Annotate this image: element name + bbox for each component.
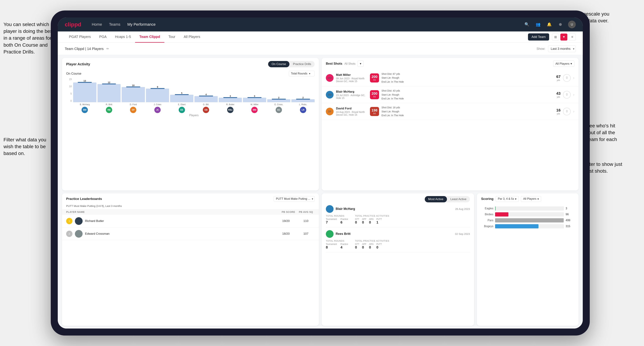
subnav-all-players[interactable]: All Players	[180, 31, 204, 43]
bar-val-jc: 9	[157, 86, 158, 88]
chart-main: 13 12	[73, 78, 315, 116]
tournament-label-blair: Tournament 7	[326, 218, 337, 224]
nav-my-performance[interactable]: My Performance	[128, 21, 156, 28]
birdies-count: 96	[566, 213, 574, 216]
bar-val-rb: 12	[108, 81, 110, 84]
bar-val-df: 10	[132, 84, 134, 87]
subnav-hcaps[interactable]: Hcaps 1-5	[111, 31, 135, 43]
bogeys-label: Bogeys	[481, 225, 493, 228]
scoring-players-dropdown[interactable]: All Players ▾	[521, 196, 541, 202]
avatar-sm-jc: JC	[146, 107, 169, 113]
most-active-scroll: Blair McHarg 26 Aug 2023 Total Rounds To…	[322, 202, 474, 326]
bar-val-ec: 2	[278, 96, 279, 99]
practice-drill-dropdown[interactable]: PUTT Must Make Putting ...	[274, 196, 315, 202]
bar-val-ee: 5	[181, 92, 182, 94]
shot-stat-matt: 67 yds	[556, 74, 560, 81]
total-rounds-dropdown[interactable]: Total Rounds	[289, 71, 315, 76]
bar-rbut	[219, 98, 242, 102]
bar-marker-jc	[150, 88, 164, 89]
best-shots-header: Best Shots All Shots ▾ All Players ▾	[322, 58, 578, 70]
nav-teams[interactable]: Teams	[109, 21, 120, 28]
annotation-best-player: You can select which player is doing the…	[4, 21, 56, 55]
timescale-dropdown[interactable]: Last 3 months Last 6 months Last year	[548, 45, 576, 52]
practice-row-1: 1 Richard Butler 19/20 110	[62, 215, 319, 227]
col-avg-sq: PB AVG SQ	[297, 211, 315, 213]
shot-avatar-matt: MM	[326, 74, 334, 82]
arg-label-rees: ARG	[369, 243, 374, 245]
player-activity-header: Player Activity On Course Practice Drill…	[62, 58, 319, 69]
gtt-col-rees: GTT 0	[355, 243, 359, 249]
users-icon[interactable]: 👥	[534, 21, 542, 28]
shot-stat-david: 16 yds	[556, 108, 560, 115]
avatar-circle-rbut: RBu	[227, 107, 234, 113]
practice-leaderboards-card: Practice Leaderboards PUTT Must Make Put…	[62, 193, 319, 326]
best-shots-tab[interactable]: Best Shots	[326, 62, 342, 65]
shot-stat-unit-blair: yds	[557, 96, 560, 98]
x-label-ee: E. Ebert	[170, 103, 194, 106]
tablet-frame: clippd Home Teams My Performance 🔍 👥 🔔 ⊕…	[51, 10, 590, 336]
pars-bar-wrap	[495, 218, 564, 222]
subnav-tour[interactable]: Tour	[164, 31, 180, 43]
heart-view-btn[interactable]: ♥	[560, 33, 567, 40]
bogeys-bar	[495, 224, 538, 228]
search-icon[interactable]: 🔍	[523, 21, 530, 28]
par-dropdown-chevron: ▾	[515, 197, 516, 201]
all-players-chevron: ▾	[570, 62, 572, 65]
all-players-dropdown[interactable]: All Players ▾	[553, 61, 574, 67]
tournament-val-rees: 8	[326, 245, 337, 249]
nav-links: Home Teams My Performance	[92, 21, 523, 28]
subnav-pga[interactable]: PGA	[95, 31, 111, 43]
putt-label-blair: PUTT	[376, 218, 382, 220]
bar-val-mm: 3	[254, 95, 255, 97]
chevron-matt: ›	[573, 76, 574, 80]
shot-zero-david: 0	[563, 108, 571, 115]
player-activity-title: Player Activity	[66, 62, 90, 66]
shot-item-blair[interactable]: BM Blair McHarg 23 Jul 2023 · Ashridge G…	[322, 86, 578, 103]
bell-icon[interactable]: 🔔	[546, 21, 553, 28]
least-active-btn[interactable]: Least Active	[447, 196, 470, 202]
practice-header: Practice Leaderboards PUTT Must Make Put…	[62, 193, 319, 204]
bar-col-rbut: 3	[219, 78, 242, 102]
chart-section-header: On Course Total Rounds	[66, 71, 315, 76]
on-course-toggle[interactable]: On Course	[268, 61, 290, 67]
on-course-label: On Course	[66, 72, 82, 75]
subnav-pgat-players[interactable]: PGAT Players	[65, 31, 95, 43]
bar-col-jc: 9	[146, 78, 169, 102]
tournament-val-blair: 7	[326, 220, 337, 224]
par-dropdown-label: Par 3, 4 & 5s	[498, 197, 514, 200]
app-label-blair: APP	[362, 218, 366, 220]
shot-item-matt[interactable]: MM Matt Miller 09 Jun 2023 · Royal North…	[322, 70, 578, 86]
y-label-0: 0	[66, 99, 72, 102]
most-active-btn[interactable]: Most Active	[425, 196, 447, 202]
bar-df	[122, 87, 145, 102]
shot-stat-unit-david: yds	[557, 113, 560, 115]
eagles-bar-wrap	[495, 206, 564, 211]
avatar[interactable]: U	[568, 21, 576, 28]
all-shots-tab[interactable]: All Shots	[344, 62, 356, 65]
avatar-circle-bm: BM	[82, 107, 88, 113]
x-label-ec: E. Cross.	[267, 103, 290, 106]
edit-icon[interactable]: ✏	[106, 47, 109, 51]
par-dropdown[interactable]: Par 3, 4 & 5s ▾	[496, 196, 519, 202]
practice-name-1: Richard Butler	[85, 219, 275, 223]
avatar-circle-ec: EC	[276, 107, 282, 113]
all-shots-dropdown[interactable]: ▾	[358, 61, 364, 67]
list-view-btn[interactable]: ≡	[569, 33, 576, 40]
shot-item-david[interactable]: DF David Ford 24 Aug 2023 · Royal North …	[322, 103, 578, 120]
bar-marker-mm	[248, 97, 262, 98]
nav-home[interactable]: Home	[92, 21, 102, 28]
birdies-bar	[495, 212, 508, 216]
gtt-val-blair: 0	[355, 220, 359, 224]
grid-view-btn[interactable]: ⊞	[552, 33, 559, 40]
bar-rb	[98, 84, 121, 102]
practice-drills-toggle[interactable]: Practice Drills	[290, 61, 315, 67]
subnav-team-clippd[interactable]: Team Clippd	[135, 31, 164, 43]
x-label-rbut: R. Butler	[219, 103, 242, 106]
add-circle-icon[interactable]: ⊕	[557, 21, 564, 28]
add-team-button[interactable]: Add Team	[528, 33, 549, 40]
total-rounds-label-rees: Total Rounds	[326, 240, 348, 242]
most-active-toggle: Most Active Least Active	[425, 196, 470, 202]
avatar-sm-bm: BM	[73, 107, 96, 113]
birdies-bar-wrap	[495, 212, 564, 216]
shot-info-blair: Blair McHarg 23 Jul 2023 · Ashridge GC, …	[336, 90, 368, 99]
